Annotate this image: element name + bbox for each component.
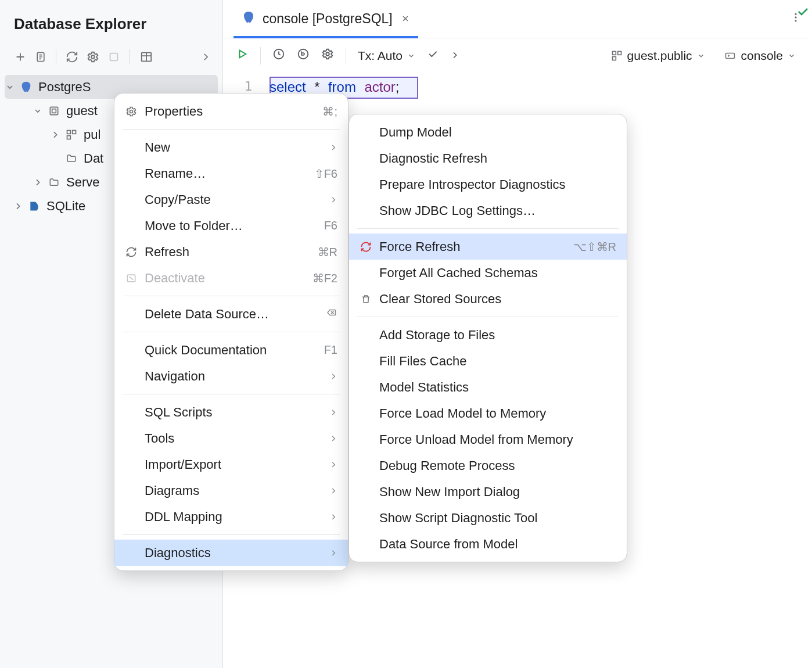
close-icon[interactable] <box>401 12 410 27</box>
svg-rect-4 <box>50 107 58 114</box>
gear-icon[interactable] <box>321 48 334 64</box>
menu-separator <box>357 228 619 229</box>
menu-debug-remote[interactable]: Debug Remote Process <box>349 452 627 479</box>
document-icon[interactable] <box>35 51 46 63</box>
line-number: 1 <box>223 77 270 94</box>
menu-sql-scripts[interactable]: SQL Scripts <box>114 399 348 425</box>
menu-navigation[interactable]: Navigation <box>114 363 348 389</box>
tree-label: Dat <box>84 151 103 166</box>
add-icon[interactable] <box>14 51 27 63</box>
menu-add-storage[interactable]: Add Storage to Files <box>349 322 627 348</box>
chevron-right-icon <box>50 130 60 139</box>
history-icon[interactable] <box>272 48 285 64</box>
diagnostics-submenu: Dump Model Diagnostic Refresh Prepare In… <box>348 114 627 562</box>
menu-force-load[interactable]: Force Load Model to Memory <box>349 400 627 426</box>
chevron-right-icon[interactable] <box>450 48 459 63</box>
gear-icon <box>124 106 139 117</box>
chevron-right-icon <box>329 545 337 561</box>
chevron-right-icon[interactable] <box>200 52 211 62</box>
menu-tools[interactable]: Tools <box>114 425 348 451</box>
menu-ds-from-model[interactable]: Data Source from Model <box>349 531 627 557</box>
chevron-right-icon <box>329 483 337 498</box>
run-icon[interactable] <box>236 48 249 64</box>
menu-separator <box>123 394 340 394</box>
menu-move-folder[interactable]: Move to Folder…F6 <box>114 213 348 239</box>
menu-new-import[interactable]: Show New Import Dialog <box>349 479 627 505</box>
menu-dump-model[interactable]: Dump Model <box>349 119 627 145</box>
svg-rect-7 <box>73 130 76 134</box>
code-line: select * from actor; <box>270 77 809 95</box>
svg-rect-6 <box>67 130 71 134</box>
tab-title: console [PostgreSQL] <box>263 11 393 27</box>
svg-point-19 <box>130 110 133 113</box>
menu-model-stats[interactable]: Model Statistics <box>349 374 627 400</box>
tab-console[interactable]: console [PostgreSQL] <box>233 1 418 38</box>
schema-selector[interactable]: guest.public <box>611 49 705 63</box>
force-refresh-icon <box>358 241 373 253</box>
chevron-right-icon <box>329 431 337 446</box>
plan-icon[interactable] <box>297 48 310 64</box>
menu-force-refresh[interactable]: Force Refresh ⌥⇧⌘R <box>349 234 627 260</box>
panel-title: Database Explorer <box>0 0 222 45</box>
svg-rect-18 <box>725 53 734 59</box>
menu-delete-datasource[interactable]: Delete Data Source… <box>114 301 348 327</box>
menu-fill-cache[interactable]: Fill Files Cache <box>349 348 627 374</box>
tx-mode-dropdown[interactable]: Tx: Auto <box>358 49 415 63</box>
svg-rect-5 <box>52 109 56 113</box>
postgres-icon <box>20 81 33 94</box>
stop-icon[interactable] <box>107 51 120 63</box>
menu-diagrams[interactable]: Diagrams <box>114 477 348 504</box>
check-icon <box>796 5 810 22</box>
context-menu: Properties ⌘; New Rename…⇧F6 Copy/Paste … <box>114 93 348 571</box>
menu-copy-paste[interactable]: Copy/Paste <box>114 186 348 213</box>
tree-label: guest <box>66 103 98 118</box>
sidebar-toolbar <box>0 45 222 73</box>
chevron-right-icon <box>329 405 337 420</box>
deactivate-icon <box>124 272 139 284</box>
chevron-right-icon <box>329 192 337 207</box>
menu-clear-sources[interactable]: Clear Stored Sources <box>349 286 627 312</box>
menu-quick-doc[interactable]: Quick DocumentationF1 <box>114 337 348 363</box>
svg-rect-8 <box>67 135 71 139</box>
menu-new[interactable]: New <box>114 134 348 160</box>
table-icon[interactable] <box>139 51 153 63</box>
svg-point-1 <box>91 55 95 59</box>
menu-separator <box>123 296 340 296</box>
svg-rect-17 <box>612 57 616 60</box>
menu-diagnostic-refresh[interactable]: Diagnostic Refresh <box>349 145 627 171</box>
menu-refresh[interactable]: Refresh⌘R <box>114 239 348 265</box>
refresh-icon[interactable] <box>66 51 78 63</box>
tab-underline <box>233 36 418 38</box>
tree-label: Serve <box>66 175 99 190</box>
menu-import-export[interactable]: Import/Export <box>114 451 348 477</box>
menu-diagnostics[interactable]: Diagnostics <box>114 540 348 566</box>
chevron-right-icon <box>329 457 337 472</box>
chevron-down-icon <box>5 82 15 92</box>
menu-script-diag[interactable]: Show Script Diagnostic Tool <box>349 505 627 531</box>
commit-icon[interactable] <box>427 48 439 63</box>
gear-icon[interactable] <box>87 51 99 63</box>
menu-prepare-introspector[interactable]: Prepare Introspector Diagnostics <box>349 171 627 197</box>
postgres-icon <box>242 10 256 28</box>
svg-point-13 <box>299 49 308 59</box>
menu-jdbc-log[interactable]: Show JDBC Log Settings… <box>349 197 627 224</box>
sqlite-icon <box>28 200 41 212</box>
svg-rect-2 <box>110 53 118 61</box>
trash-icon <box>358 293 373 305</box>
menu-deactivate: Deactivate⌘F2 <box>114 265 348 291</box>
chevron-right-icon <box>329 509 337 525</box>
svg-point-14 <box>326 52 329 56</box>
svg-rect-15 <box>612 52 616 55</box>
menu-separator <box>123 534 340 535</box>
database-icon <box>48 105 60 117</box>
menu-forget-schemas[interactable]: Forget All Cached Schemas <box>349 260 627 286</box>
menu-rename[interactable]: Rename…⇧F6 <box>114 160 348 186</box>
folder-icon <box>65 153 78 164</box>
menu-separator <box>123 129 340 130</box>
menu-properties[interactable]: Properties ⌘; <box>114 98 348 124</box>
menu-force-unload[interactable]: Force Unload Model from Memory <box>349 426 627 452</box>
console-toolbar: Tx: Auto guest.public console <box>223 38 809 73</box>
menu-ddl-mapping[interactable]: DDL Mapping <box>114 504 348 530</box>
session-selector[interactable]: console <box>724 49 796 63</box>
tree-label: PostgreS <box>38 80 91 95</box>
